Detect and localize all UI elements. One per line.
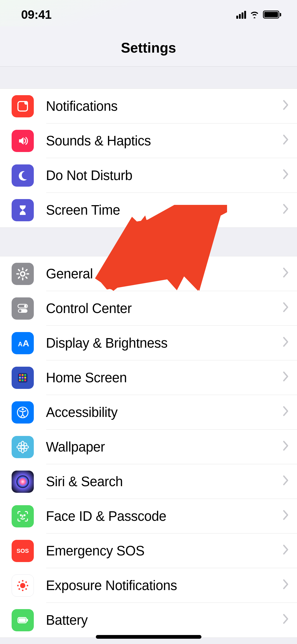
svg-line-8 [26,277,27,278]
siri-icon [12,471,34,493]
svg-point-38 [16,475,29,488]
svg-rect-53 [19,618,26,622]
notifications-icon [12,95,34,117]
chevron-right-icon [283,371,289,384]
row-dnd[interactable]: Do Not Disturb [0,158,297,193]
row-battery[interactable]: Battery [0,603,297,637]
row-label: Face ID & Passcode [46,508,166,524]
svg-point-1 [24,101,28,105]
row-label: Battery [46,612,88,628]
sos-icon: SOS [12,540,34,562]
row-label: Screen Time [46,202,120,218]
row-sounds[interactable]: Sounds & Haptics [0,123,297,158]
svg-point-14 [19,310,21,312]
wifi-icon [249,10,260,19]
row-controlcenter[interactable]: Control Center [0,291,297,326]
svg-point-39 [20,515,21,516]
svg-point-47 [18,581,20,583]
svg-point-40 [24,515,25,516]
svg-text:SOS: SOS [17,548,29,554]
svg-rect-52 [27,619,28,622]
battery-icon [263,11,281,19]
row-label: Accessibility [46,404,117,420]
chevron-right-icon [283,510,289,523]
row-label: Notifications [46,98,117,114]
battery-icon [12,609,34,631]
nav-header: Settings [0,26,297,67]
chevron-right-icon [283,204,289,217]
sounds-icon [12,130,34,152]
row-wallpaper[interactable]: Wallpaper [0,430,297,464]
row-screentime[interactable]: Screen Time [0,193,297,227]
toggle-icon [12,297,34,320]
svg-rect-23 [24,377,26,379]
svg-point-49 [25,581,27,583]
svg-point-50 [18,588,20,590]
row-display[interactable]: AA Display & Brightness [0,326,297,360]
settings-section-1: Notifications Sounds & Haptics Do Not Di… [0,89,297,228]
svg-point-29 [21,445,24,449]
svg-point-42 [20,583,25,588]
chevron-right-icon [283,302,289,315]
status-indicators [236,10,281,19]
exposure-icon [12,574,34,597]
row-label: Control Center [46,301,132,316]
settings-section-2: General Control Center AA Display & Brig… [0,256,297,638]
chevron-right-icon [283,100,289,113]
svg-rect-25 [22,379,23,381]
row-label: Sounds & Haptics [46,133,151,149]
svg-rect-26 [24,379,26,381]
home-indicator[interactable] [96,635,201,639]
row-label: Do Not Disturb [46,168,132,183]
row-siri[interactable]: Siri & Search [0,464,297,499]
svg-rect-24 [19,379,21,381]
svg-text:A: A [18,341,22,348]
row-faceid[interactable]: Face ID & Passcode [0,499,297,533]
page-title: Settings [0,40,297,56]
svg-rect-22 [22,377,23,379]
faceid-icon [12,505,34,527]
chevron-right-icon [283,544,289,557]
row-label: Exposure Notifications [46,578,177,593]
svg-point-28 [22,408,24,410]
chevron-right-icon [283,267,289,280]
svg-point-43 [22,580,23,582]
gear-icon [12,263,34,285]
row-label: Siri & Search [46,474,123,489]
accessibility-icon [12,401,34,424]
row-sos[interactable]: SOS Emergency SOS [0,533,297,568]
svg-line-10 [18,277,20,278]
svg-rect-18 [19,374,21,376]
row-exposure[interactable]: Exposure Notifications [0,568,297,603]
row-label: Home Screen [46,370,127,385]
cellular-signal-icon [236,10,246,19]
chevron-right-icon [283,475,289,488]
row-general[interactable]: General [0,256,297,291]
status-bar: 09:41 [0,0,297,26]
row-notifications[interactable]: Notifications [0,89,297,123]
chevron-right-icon [283,579,289,592]
svg-rect-19 [22,374,23,376]
row-accessibility[interactable]: Accessibility [0,395,297,430]
svg-point-2 [21,272,25,276]
chevron-right-icon [283,406,289,419]
row-homescreen[interactable]: Home Screen [0,360,297,395]
section-gap [0,228,297,256]
row-label: Wallpaper [46,439,105,455]
chevron-right-icon [283,337,289,349]
svg-point-12 [24,305,27,307]
moon-icon [12,164,34,187]
svg-text:A: A [23,338,29,348]
svg-point-44 [22,590,23,591]
textsize-icon: AA [12,332,34,354]
chevron-right-icon [283,134,289,147]
svg-line-9 [26,270,27,271]
svg-rect-21 [19,377,21,379]
svg-point-45 [17,585,19,586]
status-time: 09:41 [21,7,51,22]
chevron-right-icon [283,614,289,627]
flower-icon [12,436,34,458]
svg-point-48 [25,588,27,590]
row-label: General [46,266,93,282]
chevron-right-icon [283,169,289,182]
